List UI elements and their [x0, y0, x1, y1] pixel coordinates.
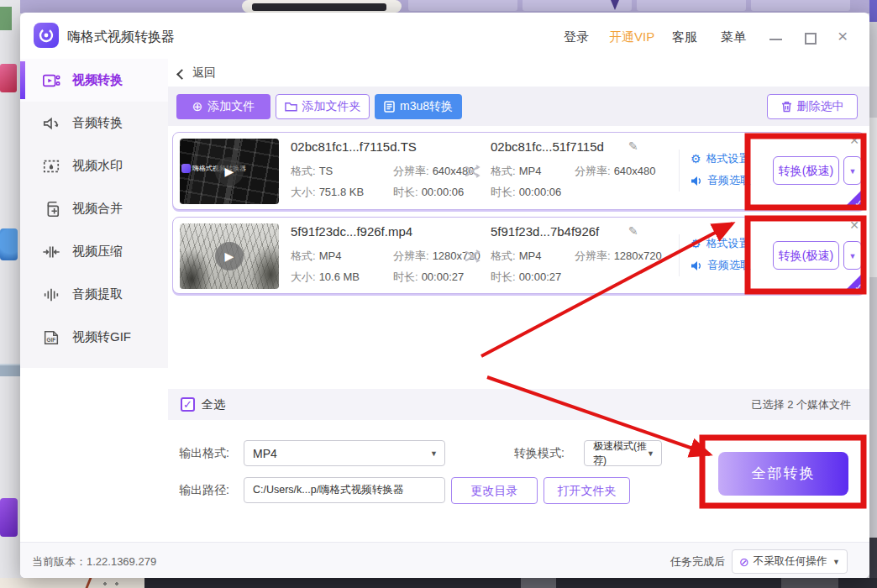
output-format-select[interactable]: MP4 ▼	[244, 440, 445, 466]
swap-icon	[464, 165, 481, 178]
sidebar-item-label: 视频合并	[72, 201, 123, 217]
version-label: 当前版本：	[32, 555, 87, 568]
watermark-logo-icon	[181, 164, 191, 173]
desktop-icon-fragment	[0, 228, 18, 260]
output-path-input[interactable]: C:/Users/k...p/嗨格式视频转换器	[244, 477, 445, 503]
menu-button[interactable]: 菜单	[721, 29, 746, 45]
convert-dropdown-button[interactable]: ▼	[843, 241, 862, 270]
taskbar-segment	[521, 578, 556, 588]
main-content: 返回 ⊕ 添加文件 添加文件夹 m3u8转换	[168, 59, 869, 542]
format-settings-button[interactable]: ⚙ 格式设置	[691, 236, 751, 251]
desktop-right-strip	[869, 0, 877, 588]
format-settings-button[interactable]: ⚙ 格式设置	[691, 151, 751, 166]
folder-icon	[285, 102, 297, 113]
active-indicator	[20, 61, 25, 99]
background-text-fragment	[252, 3, 386, 11]
toolbar: ⊕ 添加文件 添加文件夹 m3u8转换 删除选中	[168, 87, 869, 126]
divider	[679, 234, 680, 276]
check-icon: ✓	[854, 197, 863, 209]
edit-pencil-icon[interactable]: ✎	[628, 224, 638, 238]
add-folder-label: 添加文件夹	[302, 99, 361, 114]
delete-selected-button[interactable]: 删除选中	[767, 94, 858, 119]
back-button[interactable]: 返回	[192, 66, 216, 79]
speaker-icon	[691, 176, 702, 186]
resolution-label: 分辨率:	[575, 165, 611, 177]
sidebar-item-video-merge[interactable]: 视频合并	[20, 187, 168, 230]
sidebar-item-audio-convert[interactable]: 音频转换	[20, 102, 168, 144]
resolution-label: 分辨率:	[393, 165, 429, 177]
source-size-value: 10.6 MB	[319, 270, 360, 283]
file-row: ▶ 5f91f23dc...f926f.mp4 格式:MP4 分辨率:1280x…	[172, 217, 865, 294]
m3u8-convert-button[interactable]: m3u8转换	[375, 94, 462, 119]
output-duration-value: 00:00:27	[519, 270, 562, 283]
convert-all-button[interactable]: 全部转换	[718, 452, 848, 496]
no-action-icon: ⊘	[739, 555, 749, 569]
desktop-icon-fragment	[0, 498, 18, 537]
audio-extract-icon	[42, 286, 60, 304]
chevron-down-icon: ▼	[647, 449, 654, 458]
sidebar-item-label: 视频水印	[72, 158, 123, 174]
output-filename: 5f91f23d...7b4f926f	[491, 224, 599, 239]
source-format-value: TS	[319, 165, 333, 177]
duration-label: 时长:	[491, 186, 516, 198]
play-icon[interactable]: ▶	[215, 242, 244, 270]
maximize-icon[interactable]	[805, 33, 817, 45]
size-label: 大小:	[291, 270, 316, 283]
sidebar-item-video-to-gif[interactable]: GIF 视频转GIF	[20, 316, 168, 359]
gif-icon: GIF	[42, 328, 60, 347]
audio-select-button[interactable]: 音频选取	[691, 173, 751, 188]
desktop-top-strip	[0, 0, 877, 13]
source-format-value: MP4	[319, 249, 342, 262]
select-all-checkbox[interactable]: ✓	[181, 397, 195, 412]
sidebar-item-video-convert[interactable]: 视频转换	[20, 59, 168, 102]
support-button[interactable]: 客服	[672, 29, 697, 45]
desktop-tile	[637, 0, 746, 11]
delete-selected-label: 删除选中	[797, 99, 844, 114]
trash-icon	[781, 101, 792, 113]
sidebar-item-audio-extract[interactable]: 音频提取	[20, 273, 168, 316]
format-settings-label: 格式设置	[706, 236, 750, 251]
output-path-label: 输出路径:	[179, 483, 229, 498]
app-window: 嗨格式视频转换器 登录 开通VIP 客服 菜单 × 视频转换 音频转换	[20, 13, 869, 578]
format-label: 格式:	[291, 165, 316, 177]
divider	[679, 150, 680, 192]
watermark-icon	[42, 157, 60, 176]
convert-mode-label: 转换模式:	[514, 446, 565, 461]
convert-fast-button[interactable]: 转换(极速)	[773, 241, 839, 270]
sidebar-item-video-compress[interactable]: 视频压缩	[20, 230, 168, 273]
convert-mode-selected: 极速模式(推荐)	[593, 439, 647, 468]
source-duration-value: 00:00:27	[422, 270, 465, 283]
play-icon[interactable]: ▶	[215, 157, 244, 186]
gear-icon: ⚙	[691, 238, 701, 249]
svg-text:GIF: GIF	[47, 336, 56, 342]
change-directory-button[interactable]: 更改目录	[451, 477, 538, 504]
sidebar-item-video-watermark[interactable]: 视频水印	[20, 144, 168, 187]
after-task-select[interactable]: ⊘ 不采取任何操作 ▼	[732, 549, 848, 574]
remove-file-icon[interactable]: ✕	[849, 218, 859, 232]
sidebar-item-label: 音频提取	[72, 286, 123, 302]
edit-pencil-icon[interactable]: ✎	[628, 139, 638, 153]
m3u8-doc-icon	[384, 101, 395, 113]
close-icon[interactable]: ×	[838, 27, 848, 45]
duration-label: 时长:	[393, 186, 418, 198]
taskbar-glyph-fragment	[99, 580, 124, 588]
convert-dropdown-button[interactable]: ▼	[843, 156, 862, 185]
audio-select-label: 音频选取	[707, 173, 751, 188]
remove-file-icon[interactable]: ✕	[849, 134, 859, 147]
convert-mode-select[interactable]: 极速模式(推荐) ▼	[584, 440, 662, 466]
convert-fast-button[interactable]: 转换(极速)	[773, 156, 839, 185]
minimize-icon[interactable]	[769, 39, 782, 40]
vip-button[interactable]: 开通VIP	[609, 29, 654, 45]
output-format-label: 输出格式:	[179, 446, 229, 461]
add-file-button[interactable]: ⊕ 添加文件	[176, 94, 270, 119]
merge-icon	[42, 200, 60, 218]
add-folder-button[interactable]: 添加文件夹	[276, 94, 370, 119]
file-row: 嗨格式视频转换器 ▶ 02bc81fc1...f7115d.TS 格式:TS 分…	[172, 132, 865, 210]
audio-select-button[interactable]: 音频选取	[691, 258, 751, 273]
output-format-selected: MP4	[253, 447, 277, 460]
open-folder-button[interactable]: 打开文件夹	[544, 477, 630, 504]
taskbar-glyph-fragment	[86, 578, 92, 588]
titlebar: 嗨格式视频转换器 登录 开通VIP 客服 菜单 ×	[20, 13, 869, 59]
login-button[interactable]: 登录	[564, 29, 589, 45]
plus-circle-icon: ⊕	[192, 99, 203, 114]
